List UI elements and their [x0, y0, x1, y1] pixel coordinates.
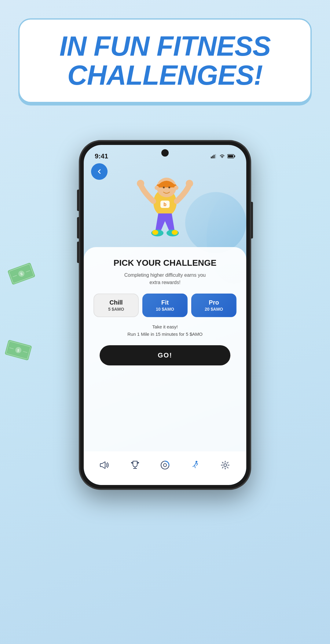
card-title: PICK YOUR CHALLENGE — [94, 258, 237, 268]
svg-point-40 — [222, 462, 228, 468]
title-card: IN FUN FITNESS CHALLENGES! — [18, 18, 312, 103]
challenge-fit-button[interactable]: Fit 10 $AMO — [142, 294, 188, 317]
nav-home[interactable] — [155, 457, 175, 473]
svg-point-39 — [224, 464, 226, 467]
gear-icon — [220, 460, 230, 470]
pro-label: Pro — [195, 299, 233, 306]
title-text: IN FUN FITNESS CHALLENGES! — [38, 32, 292, 90]
bg-shape-1 — [185, 192, 246, 253]
challenge-buttons-row: Chill 5 $AMO Fit 10 $AMO Pro 20 $AMO — [94, 294, 237, 317]
wifi-icon — [219, 154, 225, 158]
svg-rect-12 — [211, 157, 212, 158]
money-bill-2: $ — [5, 339, 32, 361]
desc-line1: Take it easy! — [152, 324, 178, 329]
bottom-nav — [84, 451, 246, 485]
challenge-description: Take it easy! Run 1 Mile in 15 minutes f… — [94, 323, 237, 338]
svg-point-31 — [152, 230, 158, 235]
pro-reward: 20 $AMO — [195, 307, 233, 312]
card-subtitle: Completing higher difficulty earns youex… — [94, 272, 237, 286]
runner-area: b — [84, 161, 246, 253]
svg-point-38 — [196, 461, 197, 463]
title-line2: CHALLENGES! — [68, 60, 263, 91]
runner-icon — [190, 460, 200, 470]
svg-point-33 — [172, 230, 178, 235]
status-time: 9:41 — [95, 152, 108, 160]
chill-label: Chill — [97, 299, 135, 306]
phone-screen: 9:41 — [84, 145, 246, 485]
challenge-pro-button[interactable]: Pro 20 $AMO — [191, 294, 237, 317]
back-button[interactable] — [91, 163, 108, 180]
svg-point-23 — [174, 186, 178, 190]
fit-reward: 10 $AMO — [146, 307, 184, 312]
svg-point-28 — [137, 180, 144, 187]
chill-reward: 5 $AMO — [97, 307, 135, 312]
svg-rect-18 — [234, 155, 235, 157]
svg-rect-14 — [214, 155, 215, 158]
back-arrow-icon — [96, 168, 103, 175]
go-button[interactable]: GO! — [100, 345, 230, 365]
phone-mockup: 9:41 — [79, 141, 251, 489]
battery-icon — [227, 154, 235, 158]
svg-point-24 — [163, 187, 165, 188]
title-line1: IN FUN FITNESS — [59, 31, 270, 61]
nav-achievements[interactable] — [125, 457, 145, 473]
nav-activity[interactable] — [185, 457, 205, 473]
nav-settings[interactable] — [215, 457, 235, 473]
svg-point-25 — [168, 187, 170, 188]
svg-rect-17 — [228, 155, 233, 157]
svg-rect-21 — [156, 184, 177, 187]
signal-icon — [211, 154, 217, 158]
megaphone-icon — [100, 460, 110, 470]
svg-point-29 — [186, 180, 193, 187]
svg-rect-15 — [215, 154, 216, 158]
desc-line2: Run 1 Mile in 15 minutes for 5 $AMO — [127, 331, 203, 337]
svg-point-37 — [163, 464, 167, 467]
svg-point-22 — [155, 186, 159, 190]
money-bill-1: $ — [7, 262, 35, 285]
status-icons — [211, 154, 235, 158]
content-card: PICK YOUR CHALLENGE Completing higher di… — [84, 247, 246, 451]
phone-outer: 9:41 — [79, 141, 251, 489]
circle-progress-icon — [160, 460, 170, 470]
svg-rect-13 — [212, 156, 213, 158]
svg-text:b: b — [163, 202, 167, 207]
challenge-chill-button[interactable]: Chill 5 $AMO — [94, 294, 139, 317]
nav-promotions[interactable] — [95, 457, 115, 473]
camera-notch — [161, 149, 169, 157]
fit-label: Fit — [146, 299, 184, 306]
trophy-icon — [130, 460, 140, 470]
